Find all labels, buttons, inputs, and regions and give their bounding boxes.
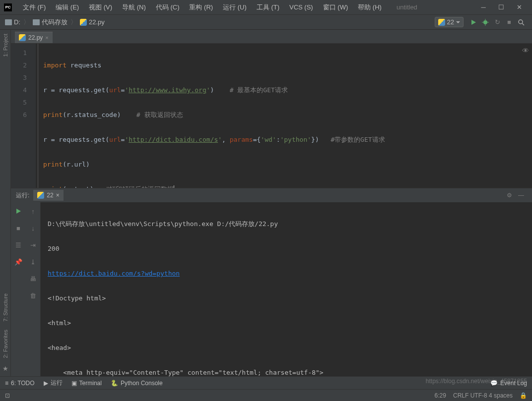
cursor-position: 6:29 [435, 392, 446, 399]
close-button[interactable]: ✕ [510, 0, 528, 14]
text-caret [174, 185, 174, 188]
breadcrumb-folder-label: 代码存放 [42, 18, 67, 27]
tab-project[interactable]: 1: Project [1, 30, 9, 60]
menu-run[interactable]: 运行 (U) [218, 3, 252, 12]
debug-button[interactable] [479, 16, 491, 28]
run-toolbar-secondary: ↑ ↓ ⇥ ⤓ 🖶 🗑 [26, 202, 41, 376]
run-output[interactable]: D:\代码存放\untitled\venv\Scripts\python.exe… [41, 202, 532, 376]
pin-button[interactable]: 📌 [12, 256, 24, 268]
menu-help[interactable]: 帮助 (H) [353, 3, 387, 12]
python-icon: 🐍 [111, 380, 118, 387]
run-panel-label: 运行: [16, 191, 29, 200]
minimize-button[interactable]: ─ [474, 0, 492, 14]
svg-point-5 [519, 20, 523, 24]
list-icon: ≡ [5, 380, 8, 387]
breadcrumb-file-label: 22.py [89, 18, 105, 26]
stop-run-button[interactable]: ■ [12, 222, 24, 234]
menu-view[interactable]: 视图 (V) [84, 3, 117, 12]
titlebar: PC 文件 (F) 编辑 (E) 视图 (V) 导航 (N) 代码 (C) 重构… [0, 0, 532, 15]
stop-button[interactable]: ■ [503, 16, 515, 28]
menu-file[interactable]: 文件 (F) [18, 3, 51, 12]
app-logo: PC [4, 3, 12, 11]
breadcrumb-folder[interactable]: 代码存放 [33, 18, 67, 27]
editor-content[interactable]: 👁 1 2 3 4 5 6 import requests r = reques… [11, 44, 532, 188]
play-icon: ▶ [44, 380, 48, 387]
status-bar: ⊡ 6:29 CRLF UTF-8 4 spaces 🔒 [0, 389, 532, 401]
menu-edit[interactable]: 编辑 (E) [51, 3, 84, 12]
python-file-icon [19, 34, 26, 41]
svg-point-0 [483, 20, 487, 24]
coverage-button[interactable]: ↻ [491, 16, 503, 28]
minimize-panel-icon[interactable]: — [515, 189, 527, 201]
run-config-selector[interactable]: 22 [435, 17, 464, 27]
terminal-icon: ▣ [71, 380, 77, 387]
run-panel: 运行: 22 × ⚙ — ■ ☰ 📌 ↑ ↓ [11, 188, 532, 376]
breadcrumb-file[interactable]: 22.py [80, 18, 105, 26]
python-file-icon [80, 19, 87, 26]
terminal-tab[interactable]: ▣ Terminal [71, 380, 102, 387]
run-tab-label: 22 [47, 192, 53, 199]
menu-window[interactable]: 窗口 (W) [318, 3, 353, 12]
tab-structure[interactable]: 7: Structure [1, 289, 9, 326]
breadcrumb-sep: 〉 [70, 18, 77, 27]
main-area: 1: Project 7: Structure 2: Favorites ★ 2… [0, 30, 532, 376]
breadcrumb-drive-label: D: [14, 18, 20, 26]
run-toolbar-primary: ■ ☰ 📌 [11, 202, 26, 376]
run-button[interactable] [467, 16, 479, 28]
watermark: https://blog.csdn.net/weixin_45871855 [426, 378, 527, 385]
menu-code[interactable]: 代码 (C) [151, 3, 185, 12]
search-button[interactable] [515, 16, 527, 28]
tool-window-toggle-icon[interactable]: ⊡ [5, 392, 10, 399]
close-run-tab-icon[interactable]: × [56, 192, 60, 199]
down-icon[interactable]: ↓ [27, 222, 39, 234]
menu-nav[interactable]: 导航 (N) [117, 3, 151, 12]
editor-tab-active[interactable]: 22.py × [15, 32, 53, 43]
output-link[interactable]: https://dict.baidu.com/s?wd=python [48, 270, 180, 277]
up-icon[interactable]: ↑ [27, 205, 39, 217]
maximize-button[interactable]: ☐ [492, 0, 510, 14]
soft-wrap-icon[interactable]: ⇥ [27, 239, 39, 251]
run-panel-header: 运行: 22 × ⚙ — [11, 188, 532, 202]
layout-button[interactable]: ☰ [12, 239, 24, 251]
python-file-icon [438, 19, 445, 26]
python-console-tab[interactable]: 🐍 Python Console [111, 380, 163, 387]
menu-tools[interactable]: 工具 (T) [252, 3, 284, 12]
breadcrumb-sep: 〉 [23, 18, 30, 27]
editor-tabs: 22.py × [11, 30, 532, 44]
menu-refactor[interactable]: 重构 (R) [184, 3, 218, 12]
todo-tab[interactable]: ≡ 6: TODO [5, 380, 35, 387]
editor-area: 22.py × 👁 1 2 3 4 5 6 import requests r … [11, 30, 532, 376]
rerun-button[interactable] [12, 205, 24, 217]
tab-favorites[interactable]: 2: Favorites [1, 326, 9, 362]
encoding-info[interactable]: CRLF UTF-8 4 spaces [453, 392, 513, 399]
folder-icon [33, 19, 40, 25]
close-tab-icon[interactable]: × [45, 35, 48, 41]
svg-line-6 [522, 23, 524, 25]
run-panel-body: ■ ☰ 📌 ↑ ↓ ⇥ ⤓ 🖶 🗑 D:\代码存放\untitled\venv\… [11, 202, 532, 376]
lock-icon[interactable]: 🔒 [520, 392, 527, 399]
breadcrumb-drive[interactable]: D: [5, 18, 20, 26]
settings-icon[interactable]: ⚙ [503, 189, 515, 201]
toolbar: D: 〉 代码存放 〉 22.py 22 ↻ ■ [0, 15, 532, 30]
breadcrumb: D: 〉 代码存放 〉 22.py [5, 18, 105, 27]
print-icon[interactable]: 🖶 [27, 273, 39, 285]
favorites-star-icon[interactable]: ★ [2, 365, 8, 372]
scroll-end-icon[interactable]: ⤓ [27, 256, 39, 268]
run-bottom-tab[interactable]: ▶ 运行 [44, 379, 63, 387]
project-name: untitled [397, 3, 417, 11]
menu-vcs[interactable]: VCS (S) [284, 3, 318, 11]
python-file-icon [37, 192, 44, 199]
run-tab[interactable]: 22 × [33, 190, 63, 201]
left-tool-gutter: 1: Project 7: Structure 2: Favorites ★ [0, 30, 11, 376]
code-body[interactable]: import requests r = requests.get(url='ht… [38, 44, 532, 188]
editor-tab-label: 22.py [28, 34, 43, 41]
delete-icon[interactable]: 🗑 [27, 289, 39, 301]
folder-icon [5, 19, 12, 25]
line-numbers: 1 2 3 4 5 6 [11, 44, 36, 188]
run-config-label: 22 [447, 18, 454, 26]
